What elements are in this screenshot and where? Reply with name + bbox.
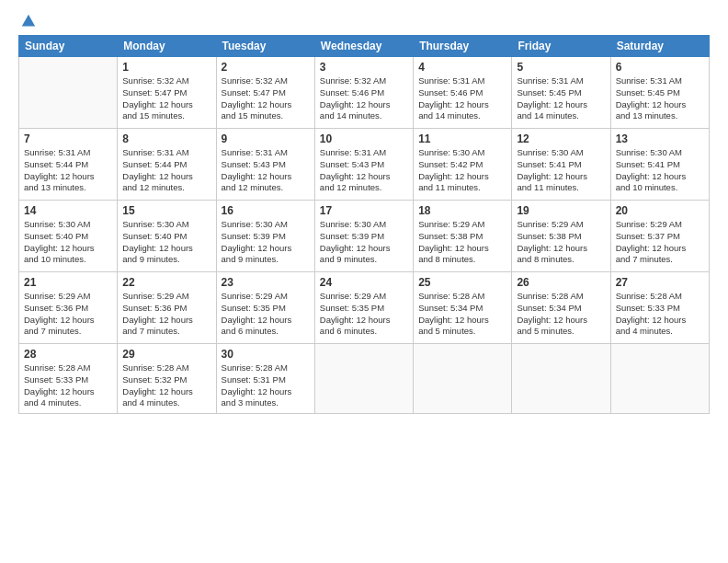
day-number: 30 [222, 348, 310, 361]
day-number: 16 [222, 204, 310, 217]
calendar-cell: 29Sunrise: 5:28 AMSunset: 5:32 PMDayligh… [118, 344, 216, 414]
day-info: Sunrise: 5:28 AMSunset: 5:31 PMDaylight:… [222, 362, 310, 409]
day-info: Sunrise: 5:31 AMSunset: 5:45 PMDaylight:… [517, 75, 605, 122]
day-info: Sunrise: 5:30 AMSunset: 5:40 PMDaylight:… [24, 219, 112, 266]
day-info: Sunrise: 5:28 AMSunset: 5:32 PMDaylight:… [122, 362, 210, 409]
calendar-cell: 3Sunrise: 5:32 AMSunset: 5:46 PMDaylight… [314, 57, 413, 129]
calendar-cell: 2Sunrise: 5:32 AMSunset: 5:47 PMDaylight… [216, 57, 314, 129]
day-number: 19 [517, 204, 605, 217]
calendar-cell: 23Sunrise: 5:29 AMSunset: 5:35 PMDayligh… [216, 272, 314, 344]
calendar-cell: 13Sunrise: 5:30 AMSunset: 5:41 PMDayligh… [610, 129, 709, 201]
day-number: 11 [418, 132, 506, 145]
day-number: 21 [24, 276, 112, 289]
day-info: Sunrise: 5:30 AMSunset: 5:41 PMDaylight:… [517, 147, 605, 194]
day-number: 28 [24, 348, 112, 361]
calendar-cell [314, 344, 413, 414]
weekday-header-wednesday: Wednesday [314, 36, 413, 57]
calendar-table: SundayMondayTuesdayWednesdayThursdayFrid… [18, 35, 710, 414]
day-info: Sunrise: 5:29 AMSunset: 5:37 PMDaylight:… [616, 219, 704, 266]
day-info: Sunrise: 5:28 AMSunset: 5:34 PMDaylight:… [418, 291, 506, 338]
day-info: Sunrise: 5:31 AMSunset: 5:44 PMDaylight:… [122, 147, 210, 194]
calendar-cell: 19Sunrise: 5:29 AMSunset: 5:38 PMDayligh… [512, 201, 610, 272]
day-number: 17 [320, 204, 408, 217]
calendar-cell: 16Sunrise: 5:30 AMSunset: 5:39 PMDayligh… [216, 201, 314, 272]
day-number: 2 [222, 61, 310, 74]
logo [18, 17, 37, 29]
day-info: Sunrise: 5:29 AMSunset: 5:35 PMDaylight:… [222, 291, 310, 338]
calendar-week-row: 28Sunrise: 5:28 AMSunset: 5:33 PMDayligh… [19, 344, 710, 414]
calendar-cell [610, 344, 709, 414]
calendar-cell: 4Sunrise: 5:31 AMSunset: 5:46 PMDaylight… [414, 57, 512, 129]
calendar-cell: 15Sunrise: 5:30 AMSunset: 5:40 PMDayligh… [118, 201, 216, 272]
day-info: Sunrise: 5:30 AMSunset: 5:40 PMDaylight:… [122, 219, 210, 266]
day-info: Sunrise: 5:28 AMSunset: 5:33 PMDaylight:… [616, 291, 704, 338]
calendar-cell: 6Sunrise: 5:31 AMSunset: 5:45 PMDaylight… [610, 57, 709, 129]
day-number: 4 [418, 61, 506, 74]
day-number: 13 [616, 132, 704, 145]
calendar-cell: 26Sunrise: 5:28 AMSunset: 5:34 PMDayligh… [512, 272, 610, 344]
day-number: 23 [222, 276, 310, 289]
calendar-cell: 28Sunrise: 5:28 AMSunset: 5:33 PMDayligh… [19, 344, 118, 414]
calendar-cell: 5Sunrise: 5:31 AMSunset: 5:45 PMDaylight… [512, 57, 610, 129]
calendar-cell: 22Sunrise: 5:29 AMSunset: 5:36 PMDayligh… [118, 272, 216, 344]
day-info: Sunrise: 5:31 AMSunset: 5:43 PMDaylight:… [320, 147, 408, 194]
calendar-week-row: 14Sunrise: 5:30 AMSunset: 5:40 PMDayligh… [19, 201, 710, 272]
weekday-header-tuesday: Tuesday [216, 36, 314, 57]
day-number: 5 [517, 61, 605, 74]
day-info: Sunrise: 5:28 AMSunset: 5:34 PMDaylight:… [517, 291, 605, 338]
day-number: 1 [122, 61, 210, 74]
day-number: 10 [320, 132, 408, 145]
day-number: 29 [122, 348, 210, 361]
day-info: Sunrise: 5:29 AMSunset: 5:38 PMDaylight:… [418, 219, 506, 266]
day-number: 25 [418, 276, 506, 289]
day-number: 20 [616, 204, 704, 217]
calendar-cell: 8Sunrise: 5:31 AMSunset: 5:44 PMDaylight… [118, 129, 216, 201]
calendar-cell: 21Sunrise: 5:29 AMSunset: 5:36 PMDayligh… [19, 272, 118, 344]
day-number: 15 [122, 204, 210, 217]
day-info: Sunrise: 5:30 AMSunset: 5:39 PMDaylight:… [222, 219, 310, 266]
day-number: 14 [24, 204, 112, 217]
day-info: Sunrise: 5:30 AMSunset: 5:41 PMDaylight:… [616, 147, 704, 194]
day-info: Sunrise: 5:32 AMSunset: 5:47 PMDaylight:… [122, 75, 210, 122]
calendar-cell: 1Sunrise: 5:32 AMSunset: 5:47 PMDaylight… [118, 57, 216, 129]
calendar-cell: 7Sunrise: 5:31 AMSunset: 5:44 PMDaylight… [19, 129, 118, 201]
day-number: 12 [517, 132, 605, 145]
calendar-cell: 27Sunrise: 5:28 AMSunset: 5:33 PMDayligh… [610, 272, 709, 344]
day-number: 26 [517, 276, 605, 289]
day-info: Sunrise: 5:31 AMSunset: 5:46 PMDaylight:… [418, 75, 506, 122]
calendar-week-row: 7Sunrise: 5:31 AMSunset: 5:44 PMDaylight… [19, 129, 710, 201]
weekday-header-friday: Friday [512, 36, 610, 57]
calendar-cell: 30Sunrise: 5:28 AMSunset: 5:31 PMDayligh… [216, 344, 314, 414]
calendar-cell: 18Sunrise: 5:29 AMSunset: 5:38 PMDayligh… [414, 201, 512, 272]
day-info: Sunrise: 5:29 AMSunset: 5:36 PMDaylight:… [24, 291, 112, 338]
calendar-cell [19, 57, 118, 129]
day-number: 27 [616, 276, 704, 289]
day-info: Sunrise: 5:32 AMSunset: 5:47 PMDaylight:… [222, 75, 310, 122]
day-info: Sunrise: 5:28 AMSunset: 5:33 PMDaylight:… [24, 362, 112, 409]
day-number: 6 [616, 61, 704, 74]
day-number: 22 [122, 276, 210, 289]
day-info: Sunrise: 5:31 AMSunset: 5:43 PMDaylight:… [222, 147, 310, 194]
day-number: 9 [222, 132, 310, 145]
day-info: Sunrise: 5:30 AMSunset: 5:39 PMDaylight:… [320, 219, 408, 266]
day-number: 18 [418, 204, 506, 217]
calendar-cell [512, 344, 610, 414]
calendar-cell: 17Sunrise: 5:30 AMSunset: 5:39 PMDayligh… [314, 201, 413, 272]
svg-marker-0 [22, 15, 35, 27]
day-info: Sunrise: 5:32 AMSunset: 5:46 PMDaylight:… [320, 75, 408, 122]
day-info: Sunrise: 5:30 AMSunset: 5:42 PMDaylight:… [418, 147, 506, 194]
calendar-cell: 14Sunrise: 5:30 AMSunset: 5:40 PMDayligh… [19, 201, 118, 272]
calendar-week-row: 21Sunrise: 5:29 AMSunset: 5:36 PMDayligh… [19, 272, 710, 344]
weekday-header-sunday: Sunday [19, 36, 118, 57]
day-number: 24 [320, 276, 408, 289]
weekday-header-row: SundayMondayTuesdayWednesdayThursdayFrid… [19, 36, 710, 57]
day-info: Sunrise: 5:31 AMSunset: 5:45 PMDaylight:… [616, 75, 704, 122]
day-number: 3 [320, 61, 408, 74]
logo-icon [20, 13, 37, 29]
calendar-cell: 24Sunrise: 5:29 AMSunset: 5:35 PMDayligh… [314, 272, 413, 344]
day-info: Sunrise: 5:29 AMSunset: 5:36 PMDaylight:… [122, 291, 210, 338]
day-info: Sunrise: 5:29 AMSunset: 5:38 PMDaylight:… [517, 219, 605, 266]
weekday-header-thursday: Thursday [414, 36, 512, 57]
calendar-cell: 25Sunrise: 5:28 AMSunset: 5:34 PMDayligh… [414, 272, 512, 344]
weekday-header-monday: Monday [118, 36, 216, 57]
